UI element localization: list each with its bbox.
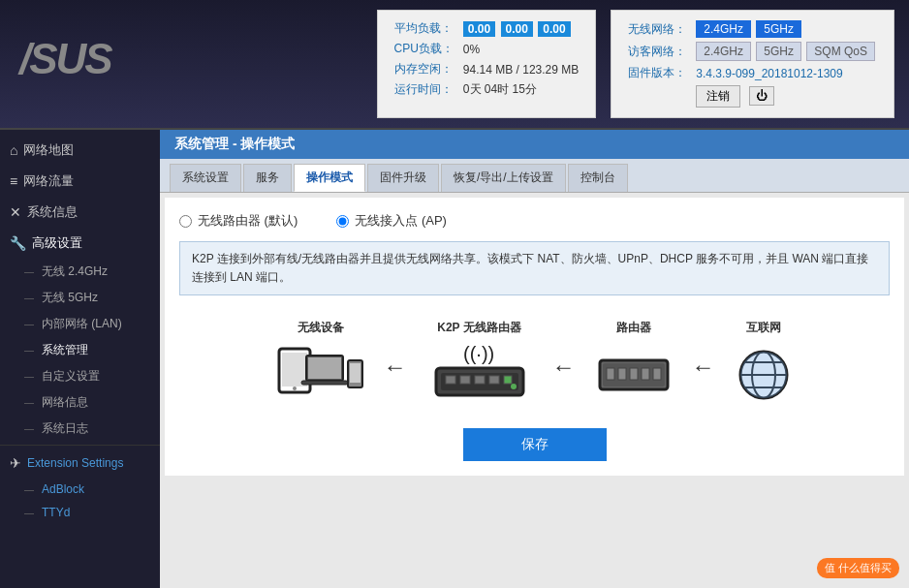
sidebar-sub-sys-mgmt[interactable]: 系统管理 bbox=[0, 337, 160, 363]
svg-rect-14 bbox=[475, 376, 485, 384]
diagram-label-k2p: K2P 无线路由器 bbox=[437, 320, 520, 336]
svg-rect-8 bbox=[350, 363, 360, 383]
logout-btn[interactable]: 注销 bbox=[696, 85, 740, 108]
sidebar-sub-label-net-info: 网络信息 bbox=[42, 394, 88, 411]
svg-point-17 bbox=[511, 384, 517, 389]
save-row: 保存 bbox=[179, 428, 890, 461]
tab-console[interactable]: 控制台 bbox=[568, 164, 628, 192]
home-icon: ⌂ bbox=[10, 142, 17, 158]
svg-point-30 bbox=[740, 352, 787, 398]
svg-rect-22 bbox=[630, 368, 638, 380]
wrench-icon: 🔧 bbox=[10, 235, 26, 251]
watermark-text: 值 什么值得买 bbox=[825, 562, 892, 573]
svg-rect-12 bbox=[446, 376, 455, 384]
svg-rect-21 bbox=[618, 368, 626, 380]
sidebar-sub-label-custom: 自定义设置 bbox=[42, 368, 100, 385]
header: /SUS 平均负载： 0.00 0.00 0.00 CPU负载： bbox=[0, 0, 909, 130]
sidebar-sub-adblock[interactable]: AdBlock bbox=[0, 478, 160, 501]
info-box: K2P 连接到外部有线/无线路由器并且提供无线网络共享。该模式下 NAT、防火墙… bbox=[179, 241, 890, 295]
sidebar-label-network-map: 网络地图 bbox=[23, 141, 74, 159]
power-btn[interactable]: ⏻ bbox=[749, 86, 774, 106]
sidebar: ⌂ 网络地图 ≡ 网络流量 ✕ 系统信息 🔧 高级设置 无线 2.4GHz 无线… bbox=[0, 130, 160, 588]
radio-router-mode[interactable]: 无线路由器 (默认) bbox=[179, 212, 298, 230]
sidebar-divider bbox=[0, 445, 160, 446]
sidebar-label-system-info: 系统信息 bbox=[27, 203, 78, 221]
radio-ap-input[interactable] bbox=[336, 215, 349, 228]
avg-load-1: 0.00 bbox=[463, 21, 495, 37]
diagram-label-devices: 无线设备 bbox=[298, 320, 344, 336]
uptime-value: 0天 04时 15分 bbox=[458, 79, 583, 100]
uptime-label: 运行时间： bbox=[390, 79, 458, 100]
sidebar-sub-lan[interactable]: 内部网络 (LAN) bbox=[0, 311, 160, 337]
diagram-node-router: 路由器 bbox=[595, 320, 673, 404]
sidebar-sub-wireless-5[interactable]: 无线 5GHz bbox=[0, 285, 160, 311]
logo: /SUS bbox=[15, 33, 131, 95]
wireless-net-label: 无线网络： bbox=[623, 18, 691, 40]
sidebar-ext-label: Extension Settings bbox=[27, 456, 123, 470]
svg-rect-16 bbox=[504, 376, 512, 384]
guest-24-btn[interactable]: 2.4GHz bbox=[696, 42, 751, 61]
sidebar-sub-label-ttyd: TTYd bbox=[42, 506, 70, 519]
tab-op-mode[interactable]: 操作模式 bbox=[294, 164, 365, 192]
svg-rect-6 bbox=[301, 381, 348, 385]
firmware-label: 固件版本： bbox=[623, 63, 691, 83]
internet-icon bbox=[735, 341, 793, 404]
tab-sys-settings[interactable]: 系统设置 bbox=[170, 164, 241, 192]
avg-load-3: 0.00 bbox=[538, 21, 570, 37]
save-button[interactable]: 保存 bbox=[463, 428, 607, 461]
sidebar-label-network-traffic: 网络流量 bbox=[23, 172, 74, 190]
sqm-btn[interactable]: SQM QoS bbox=[806, 42, 875, 61]
traffic-icon: ≡ bbox=[10, 173, 17, 189]
sidebar-sub-label-lan: 内部网络 (LAN) bbox=[42, 316, 122, 332]
content-body: 无线路由器 (默认) 无线接入点 (AP) K2P 连接到外部有线/无线路由器并… bbox=[165, 198, 904, 476]
sidebar-sub-label-syslog: 系统日志 bbox=[42, 420, 88, 437]
sidebar-sub-syslog[interactable]: 系统日志 bbox=[0, 416, 160, 442]
sidebar-sub-wireless-24[interactable]: 无线 2.4GHz bbox=[0, 259, 160, 285]
sidebar-sub-custom[interactable]: 自定义设置 bbox=[0, 363, 160, 389]
sidebar-item-network-map[interactable]: ⌂ 网络地图 bbox=[0, 135, 160, 166]
sidebar-item-extension[interactable]: ✈ Extension Settings bbox=[0, 449, 160, 478]
avg-load-label: 平均负载： bbox=[390, 18, 458, 39]
radio-ap-mode[interactable]: 无线接入点 (AP) bbox=[336, 212, 447, 230]
tab-bar: 系统设置 服务 操作模式 固件升级 恢复/导出/上传设置 控制台 bbox=[160, 159, 909, 193]
stats-panels: 平均负载： 0.00 0.00 0.00 CPU负载： 0% 内存空闲： 94. bbox=[377, 10, 895, 118]
svg-rect-24 bbox=[653, 368, 661, 380]
arrow-1: ← bbox=[384, 354, 407, 381]
guest-5-btn[interactable]: 5GHz bbox=[756, 42, 801, 61]
sidebar-sub-label-wireless-5: 无线 5GHz bbox=[42, 290, 98, 306]
arrow-2: ← bbox=[552, 354, 576, 381]
sidebar-sub-label-sys-mgmt: 系统管理 bbox=[42, 342, 88, 358]
content-title: 系统管理 - 操作模式 bbox=[160, 130, 909, 159]
wireless-5-btn[interactable]: 5GHz bbox=[756, 20, 801, 38]
arrow-3: ← bbox=[692, 354, 715, 381]
diagram-node-devices: 无线设备 bbox=[277, 320, 364, 404]
router-icon bbox=[595, 341, 673, 404]
sidebar-item-advanced[interactable]: 🔧 高级设置 bbox=[0, 228, 160, 259]
extension-icon: ✈ bbox=[10, 455, 21, 471]
sidebar-label-advanced: 高级设置 bbox=[32, 234, 82, 252]
sidebar-sub-net-info[interactable]: 网络信息 bbox=[0, 389, 160, 416]
radio-ap-label: 无线接入点 (AP) bbox=[355, 212, 447, 230]
wireless-24-btn[interactable]: 2.4GHz bbox=[696, 20, 751, 38]
radio-router-input[interactable] bbox=[179, 215, 192, 228]
firmware-value: 3.4.3.9-099_20181012-1309 bbox=[691, 63, 882, 83]
guest-net-label: 访客网络： bbox=[623, 40, 691, 63]
watermark: 值 什么值得买 bbox=[817, 558, 899, 578]
tab-restore[interactable]: 恢复/导出/上传设置 bbox=[441, 164, 566, 192]
radio-row: 无线路由器 (默认) 无线接入点 (AP) bbox=[179, 212, 890, 230]
cpu-label: CPU负载： bbox=[390, 39, 458, 59]
svg-point-3 bbox=[293, 387, 297, 390]
radio-router-label: 无线路由器 (默认) bbox=[198, 212, 298, 230]
svg-rect-15 bbox=[489, 376, 499, 384]
k2p-router-icon: ((·)) bbox=[426, 341, 533, 404]
sidebar-sub-label-wireless-24: 无线 2.4GHz bbox=[42, 263, 108, 280]
svg-rect-23 bbox=[642, 368, 649, 380]
tab-firmware[interactable]: 固件升级 bbox=[367, 164, 439, 192]
sidebar-sub-ttyd[interactable]: TTYd bbox=[0, 501, 160, 524]
sidebar-item-system-info[interactable]: ✕ 系统信息 bbox=[0, 197, 160, 228]
diagram-label-router: 路由器 bbox=[616, 320, 651, 336]
sidebar-item-network-traffic[interactable]: ≡ 网络流量 bbox=[0, 166, 160, 197]
tab-service[interactable]: 服务 bbox=[243, 164, 292, 192]
diagram-node-internet: 互联网 bbox=[735, 320, 793, 404]
svg-rect-13 bbox=[460, 376, 470, 384]
